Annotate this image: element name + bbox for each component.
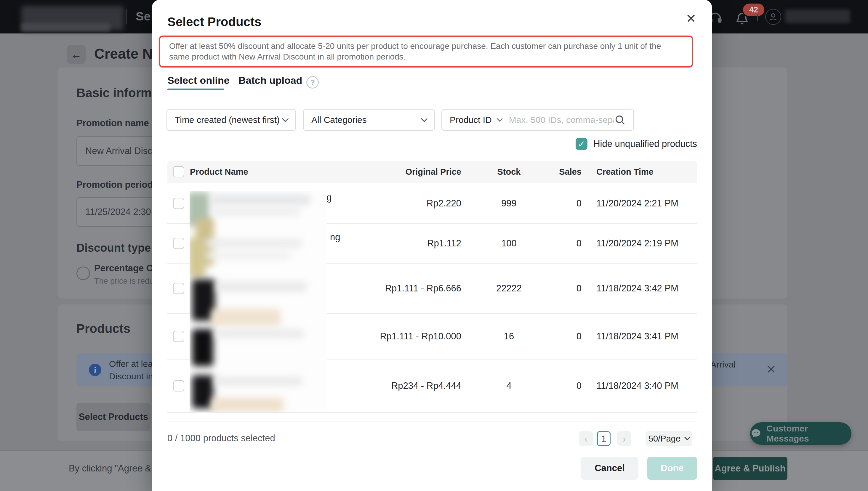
percentage-off-label: Percentage Off <box>94 263 160 273</box>
hide-unqualified-label: Hide unqualified products <box>593 139 697 149</box>
customer-messages-button[interactable]: Customer Messages <box>750 422 851 445</box>
modal-title: Select Products <box>167 15 261 29</box>
stock: 100 <box>469 238 549 249</box>
agree-publish-button[interactable]: Agree & Publish <box>713 457 787 480</box>
creation-time: 11/18/2024 3:40 PM <box>590 380 697 391</box>
original-price: Rp234 - Rp4.444 <box>374 380 469 391</box>
basic-info-heading: Basic informa <box>77 86 159 100</box>
page-size-dropdown[interactable]: 50/Page <box>646 431 692 446</box>
percentage-off-radio[interactable] <box>77 266 90 280</box>
banner-text-line1: Offer at leas <box>109 359 157 369</box>
product-id-search-input[interactable] <box>508 115 614 125</box>
active-tab-underline <box>167 89 224 90</box>
original-price: Rp2.220 <box>374 198 469 209</box>
pagination-prev-button[interactable]: ‹ <box>579 431 593 446</box>
product-search-group: Product ID <box>441 109 634 131</box>
select-all-checkbox[interactable] <box>173 166 184 177</box>
done-button[interactable]: Done <box>647 457 697 480</box>
app-root: Seller Center 42 ← Create N Basic inform… <box>0 0 868 491</box>
row-checkbox[interactable] <box>173 380 184 392</box>
chevron-left-icon: ‹ <box>584 433 587 444</box>
chevron-down-icon <box>282 115 289 122</box>
select-products-button[interactable]: Select Products <box>77 403 150 431</box>
sales: 0 <box>549 283 590 294</box>
row-checkbox[interactable] <box>173 331 184 342</box>
chat-bubble-icon <box>750 428 762 439</box>
chevron-down-icon <box>684 434 690 440</box>
row-checkbox[interactable] <box>173 283 184 294</box>
modal-close-icon[interactable]: ✕ <box>686 12 696 25</box>
brand-divider <box>125 9 127 24</box>
chevron-down-icon <box>497 116 503 122</box>
pagination-current-page[interactable]: 1 <box>597 431 611 446</box>
hide-unqualified-row: ✓ Hide unqualified products <box>152 138 697 150</box>
product-name-fragment: g <box>327 192 332 203</box>
agreement-text: By clicking "Agree & P <box>69 463 160 474</box>
sales: 0 <box>549 380 590 391</box>
sort-dropdown-value: Time created (newest first) <box>175 115 283 125</box>
tab-batch-upload[interactable]: Batch upload? <box>239 75 319 89</box>
original-price: Rp1.111 - Rp10.000 <box>374 331 469 342</box>
promotion-name-label: Promotion name <box>77 118 149 128</box>
stock: 22222 <box>469 283 549 294</box>
account-name-redacted <box>785 9 850 23</box>
batch-upload-help-icon[interactable]: ? <box>306 76 319 89</box>
tab-select-online[interactable]: Select online <box>167 75 230 86</box>
chevron-down-icon <box>421 115 428 122</box>
row-checkbox[interactable] <box>173 198 184 209</box>
notification-count-badge: 42 <box>742 2 765 17</box>
col-original-price: Original Price <box>374 167 469 177</box>
promotion-period-label: Promotion period <box>77 179 153 190</box>
hide-unqualified-checkbox[interactable]: ✓ <box>576 138 587 150</box>
cancel-button[interactable]: Cancel <box>581 457 638 480</box>
banner-text-right-fragment: Arrival <box>710 359 735 370</box>
col-stock: Stock <box>469 167 549 177</box>
select-products-modal: Select Products ✕ Offer at least 50% dis… <box>152 0 712 491</box>
original-price: Rp1.111 - Rp6.666 <box>374 283 469 294</box>
back-button[interactable]: ← <box>67 45 86 64</box>
search-type-dropdown[interactable]: Product ID <box>450 115 492 125</box>
product-name-fragment: ng <box>330 232 340 242</box>
selected-count-text: 0 / 1000 products selected <box>167 433 275 443</box>
row-checkbox[interactable] <box>173 238 184 249</box>
header-divider <box>757 13 758 21</box>
table-bottom-strip <box>167 412 697 422</box>
user-avatar[interactable] <box>765 9 781 25</box>
page-size-value: 50/Page <box>648 434 680 443</box>
redacted-product-names <box>190 191 327 412</box>
table-header-row: Product Name Original Price Stock Sales … <box>167 161 697 183</box>
chevron-right-icon: › <box>622 433 626 444</box>
stock: 16 <box>469 331 549 342</box>
col-product-name: Product Name <box>190 167 374 177</box>
promotion-period-value: 11/25/2024 2:30 P <box>85 207 160 218</box>
category-dropdown[interactable]: All Categories <box>303 109 435 131</box>
sales: 0 <box>549 238 590 249</box>
products-heading: Products <box>77 322 130 336</box>
creation-time: 11/18/2024 3:42 PM <box>590 283 697 294</box>
stock: 4 <box>469 380 549 391</box>
page-title: Create N <box>94 46 152 62</box>
original-price: Rp1.112 <box>374 238 469 249</box>
customer-messages-label: Customer Messages <box>766 424 851 443</box>
banner-close-icon[interactable]: ✕ <box>766 363 776 376</box>
sales: 0 <box>549 198 590 209</box>
pagination-next-button[interactable]: › <box>617 431 631 446</box>
info-icon: i <box>89 364 101 376</box>
promotion-name-value: New Arrival Discou <box>85 146 162 156</box>
category-dropdown-value: All Categories <box>311 115 422 125</box>
creation-time: 11/20/2024 2:19 PM <box>590 238 697 249</box>
products-table: Product Name Original Price Stock Sales … <box>167 161 697 422</box>
search-icon[interactable] <box>614 114 626 125</box>
col-creation-time: Creation Time <box>590 167 697 177</box>
col-sales: Sales <box>549 167 590 177</box>
sort-dropdown[interactable]: Time created (newest first) <box>167 109 296 131</box>
store-logo-blur <box>21 23 110 31</box>
creation-time: 11/18/2024 3:41 PM <box>590 331 697 342</box>
stock: 999 <box>469 198 549 209</box>
creation-time: 11/20/2024 2:21 PM <box>590 198 697 209</box>
discount-rules-notice: Offer at least 50% discount and allocate… <box>159 35 693 67</box>
sales: 0 <box>549 331 590 342</box>
